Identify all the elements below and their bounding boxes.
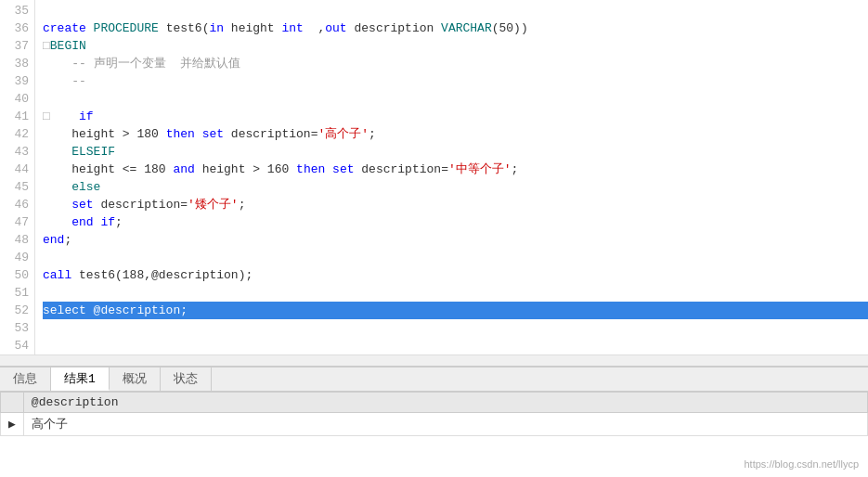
code-line: -- (43, 72, 868, 90)
tab-bar: 信息结果1概况状态 (0, 367, 868, 392)
horizontal-scrollbar[interactable] (0, 355, 868, 366)
code-line: height > 180 then set description='高个子'; (43, 125, 868, 143)
tab-状态[interactable]: 状态 (161, 367, 212, 391)
code-editor[interactable]: 3536373839404142434445464748495051525354… (0, 0, 868, 366)
code-line (43, 90, 868, 108)
result-column-header: @description (23, 393, 867, 413)
result-area: @description▶高个子 (0, 392, 868, 477)
code-line: call test6(188,@description); (43, 266, 868, 284)
code-line: □ if (43, 108, 868, 125)
code-line: end if; (43, 213, 868, 231)
code-line (43, 284, 868, 302)
code-line: height <= 180 and height > 160 then set … (43, 161, 868, 178)
tab-结果1[interactable]: 结果1 (51, 367, 110, 391)
watermark: https://blog.csdn.net/llycp (744, 458, 859, 470)
code-line: □BEGIN (43, 37, 868, 55)
code-line: select @description; (43, 302, 868, 319)
code-line: end; (43, 231, 868, 249)
code-content[interactable]: create PROCEDURE test6(in height int ,ou… (35, 0, 868, 355)
code-line (43, 337, 868, 355)
code-line: else (43, 178, 868, 196)
tab-概况[interactable]: 概况 (110, 367, 161, 391)
code-line: ELSEIF (43, 143, 868, 161)
code-line (43, 2, 868, 19)
result-row: ▶高个子 (1, 413, 868, 436)
result-table: @description▶高个子 (0, 392, 868, 436)
code-line: create PROCEDURE test6(in height int ,ou… (43, 19, 868, 37)
tab-信息[interactable]: 信息 (0, 367, 51, 391)
code-line: -- 声明一个变量 并给默认值 (43, 55, 868, 72)
line-numbers: 3536373839404142434445464748495051525354 (0, 0, 35, 355)
bottom-panel: 信息结果1概况状态 @description▶高个子 (0, 366, 868, 477)
code-line (43, 319, 868, 337)
code-line: set description='矮个子'; (43, 196, 868, 213)
code-line (43, 249, 868, 266)
